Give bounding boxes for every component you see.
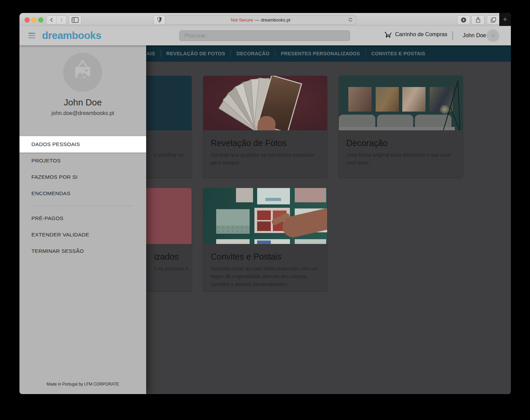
- decor-shape: [254, 239, 290, 244]
- site-header: dreambooks Carrinho de Compras John Doe: [19, 26, 511, 45]
- card-description: Assinala todas as tuas datas especiais c…: [211, 264, 320, 288]
- menu-item-fazemos-por-si[interactable]: FAZEMOS POR SI: [19, 169, 146, 185]
- drawer-user-name: John Doe: [19, 97, 146, 108]
- tabs-icon: [490, 17, 497, 23]
- menu-item-extender-validade[interactable]: EXTENDER VALIDADE: [19, 227, 146, 243]
- decor-shape: [257, 188, 290, 204]
- history-nav-buttons: [46, 15, 67, 25]
- product-card-decoracao[interactable]: Decoração Uma forma original para decora…: [339, 76, 463, 177]
- card-image-convites: [203, 188, 327, 244]
- decor-shape: [402, 87, 426, 112]
- menu-item-encomendas[interactable]: ENCOMENDAS: [19, 185, 146, 202]
- nav-item-presentes-personalizados[interactable]: PRESENTES PERSONALIZADOS: [281, 51, 360, 56]
- chevron-right-icon: [59, 17, 64, 23]
- address-separator: —: [255, 17, 259, 23]
- decor-shape: [236, 188, 253, 202]
- sidebar-icon: [71, 17, 79, 23]
- share-icon: [475, 16, 481, 23]
- back-button[interactable]: [47, 16, 56, 24]
- account-drawer: John Doe john.doe@dreambooks.pt DADOS PE…: [19, 45, 146, 394]
- card-title: Revelação de Fotos: [211, 137, 320, 149]
- window-close-button[interactable]: [25, 17, 30, 23]
- nav-separator: [365, 50, 366, 57]
- drawer-avatar: [63, 53, 102, 92]
- menu-item-terminar-sessao[interactable]: TERMINAR SESSÃO: [19, 243, 146, 259]
- product-card-convites-e-postais[interactable]: Convites e Postais Assinala todas as tua…: [203, 188, 327, 291]
- plus-icon: +: [503, 15, 507, 24]
- decor-shape: [339, 127, 455, 130]
- nav-item-partial[interactable]: AIS: [147, 51, 155, 56]
- card-description: Uma forma original para decorares a tua …: [346, 151, 455, 166]
- browser-window: Not Secure — dreambooks.pt: [19, 13, 511, 394]
- reload-button[interactable]: [348, 17, 353, 23]
- security-status: Not Secure: [231, 17, 253, 23]
- reload-icon: [348, 17, 353, 23]
- cart-button[interactable]: Carrinho de Compras: [384, 31, 447, 38]
- hamburger-icon: [28, 33, 35, 34]
- product-card-revelacao-de-fotos[interactable]: Revelação de Fotos Garante que guardas o…: [203, 76, 327, 177]
- forward-button[interactable]: [56, 16, 66, 24]
- drawer-user-email: john.doe@dreambooks.pt: [19, 110, 146, 116]
- site-logo[interactable]: dreambooks: [42, 30, 101, 41]
- card-title: Convites e Postais: [211, 251, 320, 262]
- chevron-left-icon: [49, 17, 54, 23]
- menu-divider: [31, 206, 132, 206]
- nav-separator: [275, 50, 275, 57]
- menu-item-dados-pessoais[interactable]: DADOS PESSOAIS: [19, 136, 146, 153]
- decor-shape: [376, 87, 399, 112]
- downloads-button[interactable]: [457, 15, 470, 25]
- cart-icon: [384, 31, 392, 38]
- menu-item-projetos[interactable]: PROJETOS: [19, 153, 146, 169]
- window-zoom-button[interactable]: [38, 17, 43, 23]
- window-minimize-button[interactable]: [31, 17, 37, 23]
- menu-button[interactable]: [28, 33, 35, 38]
- photo-frame-icon: [490, 32, 497, 39]
- sidebar-toggle-button[interactable]: [69, 15, 82, 25]
- card-body: Convites e Postais Assinala todas as tua…: [203, 244, 327, 291]
- share-button[interactable]: [471, 15, 485, 25]
- url-text: dreambooks.pt: [261, 17, 290, 23]
- nav-item-decoracao[interactable]: DECORAÇÃO: [236, 51, 269, 56]
- background-window-new-tab-button[interactable]: +: [499, 13, 511, 26]
- tab-overview-button[interactable]: [487, 15, 500, 25]
- user-name-label[interactable]: John Doe: [463, 32, 486, 39]
- shield-icon: [157, 17, 162, 23]
- menu-item-pre-pagos[interactable]: PRÉ-PAGOS: [19, 210, 146, 227]
- drawer-menu: DADOS PESSOAIS PROJETOS FAZEMOS POR SI E…: [19, 136, 146, 259]
- decor-shape: [295, 188, 326, 202]
- decor-shape: [348, 87, 372, 112]
- nav-separator: [231, 50, 231, 57]
- card-body: Revelação de Fotos Garante que guardas o…: [203, 130, 327, 175]
- search-input[interactable]: [179, 30, 350, 41]
- card-image-decoracao: [339, 76, 463, 130]
- card-image-revelacao: [203, 76, 327, 130]
- decor-shape: [216, 239, 250, 244]
- cart-label: Carrinho de Compras: [395, 31, 447, 38]
- privacy-report-button[interactable]: [153, 15, 166, 25]
- decor-shape: [216, 209, 250, 234]
- card-description: Garante que guardas os momentos especiai…: [211, 151, 320, 166]
- decor-shape: [440, 105, 449, 114]
- nav-item-convites-e-postais[interactable]: CONVITES E POSTAIS: [371, 51, 425, 56]
- decor-shape: [295, 239, 326, 244]
- nav-separator: [161, 50, 161, 57]
- browser-toolbar: Not Secure — dreambooks.pt: [19, 13, 511, 26]
- download-icon: [460, 17, 467, 23]
- address-bar[interactable]: Not Secure — dreambooks.pt: [165, 15, 356, 25]
- card-body: Decoração Uma forma original para decora…: [339, 130, 463, 175]
- header-divider: [452, 31, 453, 40]
- card-title: Decoração: [346, 137, 455, 149]
- drawer-footer-text: Made in Portugal by LFM CORPORATE: [19, 382, 146, 387]
- nav-item-revelacao-de-fotos[interactable]: REVELAÇÃO DE FOTOS: [166, 51, 225, 56]
- photo-frame-icon: [68, 57, 98, 87]
- user-avatar[interactable]: [487, 29, 499, 42]
